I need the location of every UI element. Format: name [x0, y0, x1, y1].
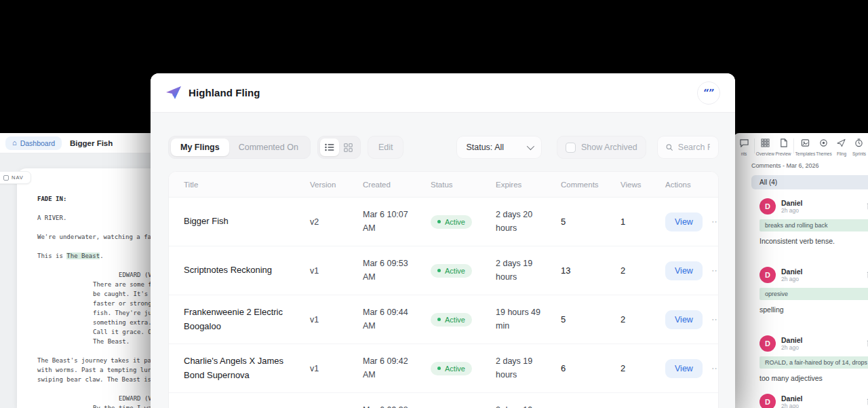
fling-icon	[837, 138, 846, 150]
avatar: D	[760, 267, 776, 283]
status-dot-icon	[437, 367, 441, 370]
fling-comments-count: 13	[561, 265, 620, 276]
panel-tab-overview[interactable]: Overview	[756, 136, 774, 157]
nav-icon	[3, 175, 9, 181]
show-archived-label: Show Archived	[581, 143, 637, 152]
list-view-button[interactable]	[320, 138, 339, 156]
page-icon	[779, 138, 788, 150]
quotes-icon: “”	[703, 87, 713, 99]
highland-fling-modal: Highland Fling “” My FlingsCommented On	[151, 73, 735, 408]
more-actions-button[interactable]: ⋯	[711, 265, 719, 276]
fling-views-count: 2	[620, 265, 665, 276]
table-row[interactable]: Bigger Fish v2 Mar 6 10:07 AM Active 2 d…	[169, 198, 718, 246]
comment-time: 2h ago	[781, 276, 803, 282]
quoted-text: breaks and rolling back	[760, 219, 868, 231]
grid-view-button[interactable]	[339, 138, 358, 156]
column-header: Comments	[561, 181, 620, 189]
panel-tab-templates[interactable]: Templates	[795, 136, 815, 157]
column-header: Actions	[665, 181, 706, 189]
panel-tab-fling[interactable]: Fling	[833, 136, 850, 157]
show-archived-toggle[interactable]: Show Archived	[557, 136, 646, 159]
fling-title: Charlie's Angels X James Bond Supernova	[184, 354, 310, 382]
more-actions-button[interactable]: ⋯	[711, 363, 719, 373]
panel-tab-themes[interactable]: Themes	[815, 136, 833, 157]
table-row[interactable]: Charlie's Angels X James Bond Supernova …	[169, 344, 718, 393]
more-actions-button[interactable]: ⋯	[711, 314, 719, 324]
comment-time: 2h ago	[781, 403, 803, 408]
fling-status: Active	[431, 313, 496, 327]
more-actions-button[interactable]: ⋯	[711, 217, 719, 227]
search-input[interactable]	[678, 143, 710, 152]
fling-created: Mar 6 10:07 AM	[363, 208, 431, 235]
fling-created: Mar 6 09:42 AM	[363, 355, 431, 382]
home-icon: ⌂	[12, 139, 17, 147]
fling-expires: 2 days 19 hours	[496, 257, 561, 284]
comment-time: 2h ago	[781, 344, 803, 351]
fling-comments-count: 5	[561, 314, 620, 324]
status-badge: Active	[431, 362, 472, 375]
fling-title: Scriptnotes Reckoning	[184, 263, 310, 277]
panel-tab-nts[interactable]: nts	[735, 136, 753, 157]
status-filter-value: Status: All	[466, 143, 504, 152]
resolve-link[interactable]: resolved	[760, 248, 868, 255]
comments-list: D Daniel 2h ago breaks and rolling back …	[760, 198, 868, 408]
table-header-row: TitleVersionCreatedStatusExpiresComments…	[169, 172, 718, 198]
fling-status: Active	[431, 215, 496, 229]
view-button[interactable]: View	[665, 261, 703, 280]
avatar: D	[760, 335, 776, 352]
fling-status: Active	[431, 264, 496, 278]
search-box[interactable]	[657, 136, 719, 159]
quoted-text: opresive	[760, 288, 868, 300]
comment-card[interactable]: D Daniel 2h ago breaks and rolling back …	[760, 198, 868, 255]
dashboard-button[interactable]: ⌂ Dashboard	[5, 136, 62, 150]
status-filter-dropdown[interactable]: Status: All	[456, 136, 542, 159]
comment-head: D Daniel 2h ago	[760, 335, 868, 352]
panel-tab-preview[interactable]: Preview	[774, 136, 792, 157]
tab-my-flings[interactable]: My Flings	[171, 138, 229, 156]
fling-expires: 2 days 19 hours	[496, 404, 561, 408]
comment-card[interactable]: D Daniel 2h ago ROALD, a fair-haired boy…	[760, 335, 868, 382]
comment-text: spelling	[760, 305, 868, 314]
search-icon	[666, 143, 673, 152]
status-dot-icon	[437, 269, 441, 272]
fling-actions: View ⋯	[665, 261, 719, 280]
comment-time: 2h ago	[781, 207, 803, 214]
column-header: Created	[363, 181, 431, 189]
column-header: Version	[310, 181, 363, 189]
panel-tab-sprints[interactable]: Sprints	[850, 136, 868, 157]
fling-views-count: 2	[620, 363, 665, 373]
view-button[interactable]: View	[665, 359, 703, 378]
tab-commented-on[interactable]: Commented On	[229, 138, 308, 156]
comment-text: Inconsistent verb tense.	[760, 237, 868, 245]
table-row[interactable]: Frankenweenie 2 Electric Boogaloo v1 Mar…	[169, 295, 718, 344]
quotes-button[interactable]: “”	[697, 81, 720, 105]
app-title: Highland Fling	[189, 87, 260, 98]
fling-created: Mar 6 09:44 AM	[363, 306, 431, 333]
show-archived-checkbox[interactable]	[566, 143, 576, 153]
nav-tab[interactable]: NAV	[0, 171, 31, 184]
view-button[interactable]: View	[665, 212, 703, 231]
fling-expires: 19 hours 49 min	[496, 306, 561, 333]
table-row[interactable]: Scriptnotes Reckoning v1 Mar 6 09:53 AM …	[169, 246, 718, 295]
comments-filter-all[interactable]: All (4)	[751, 175, 868, 189]
fling-actions: View ⋯	[665, 310, 719, 329]
table-body: Bigger Fish v2 Mar 6 10:07 AM Active 2 d…	[169, 198, 718, 408]
highlighted-text: The Beast	[66, 253, 100, 259]
comment-text: too many adjectives	[760, 374, 868, 382]
resolve-link[interactable]: resolved	[760, 317, 868, 324]
fling-actions: View ⋯	[665, 212, 719, 231]
grid-icon	[344, 143, 353, 152]
comment-author: Daniel	[781, 394, 803, 403]
edit-button[interactable]: Edit	[368, 136, 404, 159]
comment-card[interactable]: D Daniel 2h ago A roar of RED and YELLOW…	[760, 394, 868, 408]
table-row[interactable]: Mar 6 09:38 AM Active 2 days 19 hours Vi…	[169, 393, 718, 408]
comment-head: D Daniel 2h ago	[760, 267, 868, 283]
view-button[interactable]: View	[665, 310, 703, 329]
flings-tab-group: My FlingsCommented On	[168, 136, 311, 159]
comment-card[interactable]: D Daniel 2h ago opresive spelling resolv…	[760, 267, 868, 324]
column-header: Views	[620, 181, 665, 189]
flings-toolbar: My FlingsCommented On	[168, 136, 719, 159]
status-dot-icon	[437, 220, 441, 223]
fling-expires: 2 days 20 hours	[496, 208, 561, 235]
paper-plane-icon	[165, 86, 182, 100]
